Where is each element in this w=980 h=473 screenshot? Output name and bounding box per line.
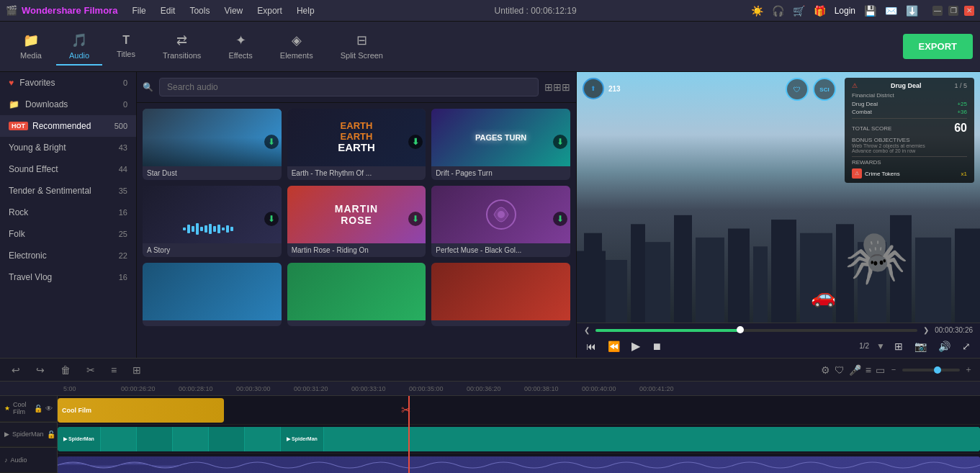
settings-icon[interactable]: ⚙ (821, 364, 830, 376)
sidebar-item-tender[interactable]: Tender & Sentimental 35 (0, 180, 136, 202)
mic-icon[interactable]: 🎤 (849, 364, 861, 376)
crop-button[interactable]: ⊞ (128, 363, 145, 377)
list-icon[interactable]: ≡ (866, 364, 871, 376)
bracket-left[interactable]: ❮ (584, 326, 590, 334)
mission-row-1-value: +25 (957, 101, 967, 107)
sidebar-item-downloads[interactable]: 📁 Downloads 0 (0, 94, 136, 115)
zoom-in-icon[interactable]: ＋ (964, 364, 973, 376)
track-row-3 (58, 454, 980, 473)
download-drift-button[interactable]: ⬇ (553, 135, 567, 149)
toolbar-titles[interactable]: T Titles (104, 30, 148, 64)
cut-button[interactable]: ✂ (82, 363, 99, 377)
search-input[interactable] (159, 78, 539, 96)
zoom-handle[interactable] (934, 366, 941, 374)
toolbar-effects[interactable]: ✦ Effects (215, 28, 265, 66)
fullscreen-button[interactable]: ⊞ (892, 338, 905, 354)
clip-audio-track[interactable] (58, 456, 980, 473)
lock-1-icon[interactable]: 🔓 (34, 405, 42, 413)
audio-card-perfect[interactable]: ⬇ Perfect Muse - Black Gol... (431, 186, 570, 257)
folder-icon: 📁 (9, 99, 19, 109)
sidebar-electronic-label: Electronic (9, 251, 47, 261)
audio-card-stardust[interactable]: ⬇ Star Dust (143, 109, 282, 180)
minimize-button[interactable]: — (932, 6, 943, 16)
toolbar-effects-label: Effects (228, 51, 252, 60)
grid-view-icon[interactable]: ⊞⊞⊞ (544, 81, 570, 93)
download-icon[interactable]: ⬇️ (906, 5, 918, 17)
mission-title: Drug Deal (891, 82, 922, 89)
sidebar-item-rock[interactable]: Rock 16 (0, 202, 136, 223)
audio-card-earth[interactable]: EARTH EARTH EARTH ⬇ Earth - The Rhythm O… (287, 109, 426, 180)
audio-card-r2[interactable] (287, 263, 426, 326)
toolbar-transitions[interactable]: ⇄ Transitions (150, 28, 214, 66)
preview-timeline-slider[interactable] (595, 329, 917, 332)
sidebar-item-travel-vlog[interactable]: Travel Vlog 16 (0, 266, 136, 288)
cart-icon[interactable]: 🛒 (793, 5, 805, 17)
zoom-out-icon[interactable]: － (889, 364, 898, 376)
eye-1-icon[interactable]: 👁 (45, 405, 53, 413)
zoom-slider[interactable] (902, 369, 960, 371)
sidebar-recommended-label: Recommended (32, 121, 91, 131)
export-button[interactable]: EXPORT (903, 34, 973, 59)
menu-help[interactable]: Help (291, 4, 320, 17)
settings-button[interactable]: ⤢ (960, 338, 973, 354)
redo-button[interactable]: ↪ (32, 363, 49, 377)
undo-button[interactable]: ↩ (7, 363, 24, 377)
audio-card-drift[interactable]: PAGES TURN ⬇ Drift - Pages Turn (431, 109, 570, 180)
snapshot-button[interactable]: 📷 (912, 338, 929, 354)
play-pause-button[interactable]: ▶ (629, 337, 642, 355)
headphones-icon[interactable]: 🎧 (772, 5, 784, 17)
sidebar-item-folk[interactable]: Folk 25 (0, 223, 136, 245)
menu-view[interactable]: View (218, 4, 248, 17)
delete-button[interactable]: 🗑 (56, 363, 75, 377)
sun-icon[interactable]: ☀️ (751, 5, 763, 17)
toolbar-split-screen[interactable]: ⊟ Split Screen (328, 28, 396, 66)
ruler-mark-0: 5:00 (58, 385, 115, 392)
split-screen-icon: ⊟ (356, 32, 367, 48)
preview-timeline-handle[interactable] (737, 326, 744, 333)
download-story-button[interactable]: ⬇ (264, 212, 279, 226)
download-perfect-button[interactable]: ⬇ (553, 212, 567, 226)
mission-row-2-label: Combat (852, 109, 872, 115)
audio-card-r1[interactable] (143, 263, 282, 326)
preview-panel: 🕷️ 🚗 ⬆ 213 (577, 72, 980, 358)
clip-cool-film[interactable]: Cool Film (58, 398, 224, 423)
toolbar-media-label: Media (20, 51, 42, 60)
skip-back-button[interactable]: ⏮ (584, 338, 598, 354)
login-button[interactable]: Login (835, 6, 855, 16)
menu-edit[interactable]: Edit (155, 4, 181, 17)
lock-2-icon[interactable]: 🔓 (47, 431, 55, 438)
audio-card-story[interactable]: ⬇ A Story (143, 186, 282, 257)
sidebar-item-electronic[interactable]: Electronic 22 (0, 245, 136, 266)
audio-card-r3[interactable] (431, 263, 570, 326)
volume-button[interactable]: 🔊 (936, 338, 953, 354)
total-label: TOTAL SCORE (852, 125, 891, 132)
maximize-button[interactable]: ❐ (948, 6, 958, 16)
stop-button[interactable]: ⏹ (649, 338, 664, 354)
menu-items: File Edit Tools View Export Help (126, 4, 320, 17)
menu-export[interactable]: Export (251, 4, 288, 17)
dropdown-arrow-icon[interactable]: ▼ (876, 341, 885, 351)
toolbar-audio[interactable]: 🎵 Audio (56, 28, 102, 66)
playhead[interactable]: ✂ (408, 396, 410, 473)
audio-card-martinrose-title: Martin Rose - Riding On (287, 243, 426, 257)
toolbar-media[interactable]: 📁 Media (7, 28, 55, 66)
save-icon[interactable]: 💾 (864, 5, 876, 17)
split-button[interactable]: ≡ (107, 363, 121, 377)
sidebar-item-recommended[interactable]: HOT Recommended 500 (0, 115, 136, 137)
subtitle-icon[interactable]: ▭ (876, 364, 885, 376)
clip-spiderman-game[interactable]: ▶ SpiderMan ▶ SpiderMan (58, 427, 980, 451)
download-stardust-button[interactable]: ⬇ (264, 135, 279, 149)
toolbar-elements[interactable]: ◈ Elements (267, 28, 326, 66)
menu-tools[interactable]: Tools (184, 4, 215, 17)
sidebar-item-favorites[interactable]: ♥ Favorites 0 (0, 72, 136, 94)
gift-icon[interactable]: 🎁 (814, 5, 826, 17)
mail-icon[interactable]: ✉️ (885, 5, 897, 17)
sidebar-item-sound-effect[interactable]: Sound Effect 44 (0, 158, 136, 180)
step-back-button[interactable]: ⏪ (606, 338, 622, 354)
audio-card-martinrose[interactable]: MARTIN ROSE ⬇ Martin Rose - Riding On (287, 186, 426, 257)
shield-tl-icon[interactable]: 🛡 (835, 364, 845, 376)
sidebar-item-young-bright[interactable]: Young & Bright 43 (0, 137, 136, 158)
bracket-right[interactable]: ❯ (923, 326, 929, 334)
close-button[interactable]: ✕ (964, 6, 974, 16)
menu-file[interactable]: File (126, 4, 151, 17)
